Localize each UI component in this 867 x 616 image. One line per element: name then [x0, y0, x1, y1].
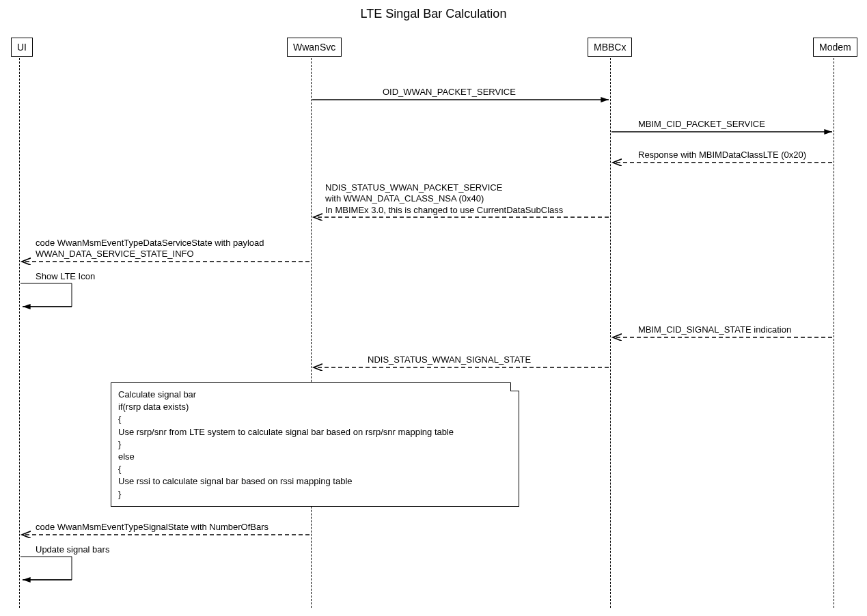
- msg-update-signal-bars: Update signal bars: [36, 544, 109, 555]
- msg-mbim-cid-signal-state: MBIM_CID_SIGNAL_STATE indication: [638, 324, 791, 335]
- note-calculate-signal-bar: Calculate signal bar if(rsrp data exists…: [111, 382, 519, 507]
- msg-oid-packet-service: OID_WWAN_PACKET_SERVICE: [383, 87, 516, 97]
- msg-show-lte-icon: Show LTE Icon: [36, 271, 95, 281]
- msg-ndis-status-signal-state: NDIS_STATUS_WWAN_SIGNAL_STATE: [368, 354, 531, 365]
- msg-response-dataclass-lte: Response with MBIMDataClassLTE (0x20): [638, 150, 806, 160]
- msg-ndis-status-packet-service: NDIS_STATUS_WWAN_PACKET_SERVICE with WWA…: [325, 182, 563, 216]
- msg-event-signal-state: code WwanMsmEventTypeSignalState with Nu…: [36, 522, 269, 532]
- sequence-diagram: LTE Singal Bar Calculation UI WwanSvc MB…: [0, 0, 867, 616]
- note-fold-icon: [510, 382, 519, 391]
- msg-mbim-cid-packet-service: MBIM_CID_PACKET_SERVICE: [638, 119, 765, 129]
- msg-event-data-service-state: code WwanMsmEventTypeDataServiceState wi…: [36, 238, 264, 260]
